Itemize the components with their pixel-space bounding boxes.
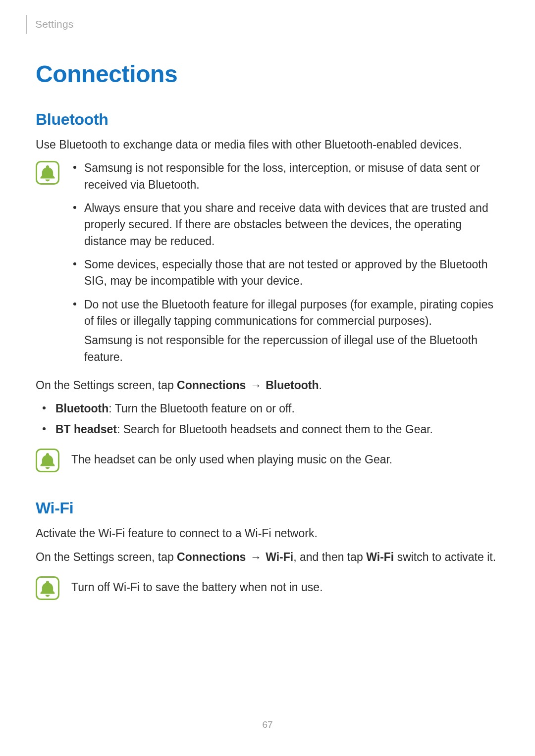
path-wifi-switch: Wi-Fi: [366, 551, 394, 563]
path-prefix: On the Settings screen, tap: [36, 551, 177, 563]
bluetooth-note-body: Samsung is not responsible for the loss,…: [59, 160, 500, 372]
headset-note-block: The headset can be only used when playin…: [26, 448, 500, 472]
wifi-note-block: Turn off Wi-Fi to save the battery when …: [26, 575, 500, 600]
page-header: Settings: [26, 15, 500, 34]
option-term: Bluetooth: [55, 402, 108, 415]
path-wifi: Wi-Fi: [266, 551, 293, 563]
bluetooth-note-item: Some devices, especially those that are …: [71, 256, 500, 290]
path-suffix: .: [319, 379, 321, 392]
list-item: BT headset: Search for Bluetooth headset…: [41, 421, 500, 438]
breadcrumb: Settings: [35, 18, 73, 30]
option-desc: : Turn the Bluetooth feature on or off.: [108, 402, 295, 415]
section-heading-wifi: Wi-Fi: [26, 499, 500, 517]
list-item: Bluetooth: Turn the Bluetooth feature on…: [41, 401, 500, 417]
bluetooth-options-list: Bluetooth: Turn the Bluetooth feature on…: [26, 401, 500, 438]
path-mid: , and then tap: [293, 551, 366, 563]
option-term: BT headset: [55, 423, 117, 436]
note-bell-icon: [36, 161, 59, 185]
path-bluetooth: Bluetooth: [266, 379, 319, 392]
bluetooth-path-instruction: On the Settings screen, tap Connections …: [26, 377, 500, 394]
arrow-icon: →: [246, 551, 266, 563]
wifi-path-instruction: On the Settings screen, tap Connections …: [26, 549, 500, 565]
arrow-icon: →: [246, 379, 266, 392]
wifi-note-text: Turn off Wi-Fi to save the battery when …: [59, 575, 500, 596]
path-connections: Connections: [177, 551, 246, 563]
headset-note-text: The headset can be only used when playin…: [59, 448, 500, 468]
bluetooth-note-item: Do not use the Bluetooth feature for ill…: [71, 297, 500, 365]
bluetooth-note-item: Always ensure that you share and receive…: [71, 200, 500, 250]
bluetooth-note-item-text: Do not use the Bluetooth feature for ill…: [84, 298, 493, 327]
header-rule: [26, 15, 27, 34]
page-number: 67: [0, 719, 535, 730]
bluetooth-note-block: Samsung is not responsible for the loss,…: [26, 160, 500, 372]
page-content: Settings Connections Bluetooth Use Bluet…: [0, 0, 535, 600]
path-connections: Connections: [177, 379, 246, 392]
path-suffix: switch to activate it.: [394, 551, 496, 563]
bluetooth-intro: Use Bluetooth to exchange data or media …: [26, 137, 500, 153]
bluetooth-note-item-trail: Samsung is not responsible for the reper…: [84, 332, 500, 365]
note-bell-icon: [36, 576, 59, 600]
option-desc: : Search for Bluetooth headsets and conn…: [117, 423, 433, 436]
wifi-intro: Activate the Wi-Fi feature to connect to…: [26, 525, 500, 542]
page-title: Connections: [26, 60, 500, 88]
bluetooth-note-item: Samsung is not responsible for the loss,…: [71, 160, 500, 193]
path-prefix: On the Settings screen, tap: [36, 379, 177, 392]
note-bell-icon: [36, 449, 59, 472]
section-heading-bluetooth: Bluetooth: [26, 110, 500, 129]
